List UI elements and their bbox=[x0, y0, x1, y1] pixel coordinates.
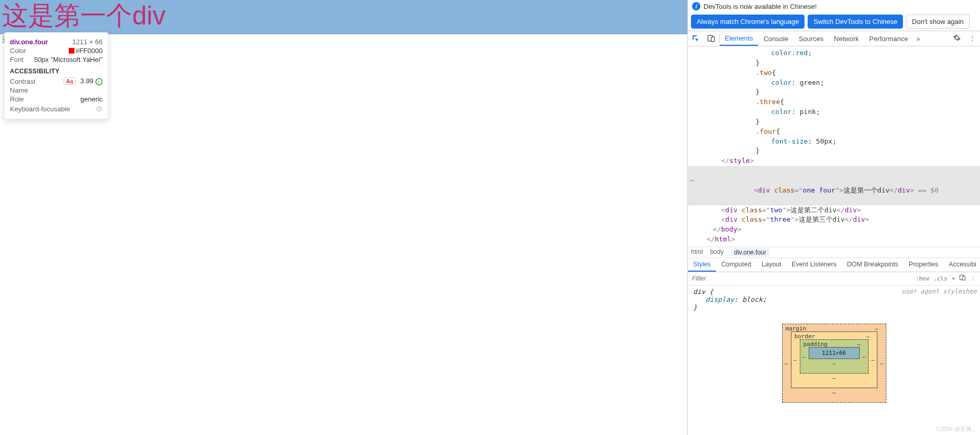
svg-rect-1 bbox=[711, 37, 714, 42]
color-swatch bbox=[69, 48, 74, 54]
match-lang-button[interactable]: Always match Chrome's language bbox=[691, 15, 805, 29]
devtools-toolbar: Elements Console Sources Network Perform… bbox=[688, 31, 980, 46]
watermark: CSDN @安苒_ bbox=[936, 425, 975, 433]
dom-tree[interactable]: color:red; } .two{ color: green; } .thre… bbox=[688, 46, 980, 247]
inspect-tooltip: div.one.four 1211 × 66 Color #FF0000 Fon… bbox=[4, 32, 108, 119]
font-label: Font bbox=[10, 56, 23, 63]
filter-input[interactable] bbox=[688, 275, 911, 282]
crumb-body[interactable]: body bbox=[710, 248, 724, 257]
box-content: 1211×66 bbox=[809, 347, 860, 359]
color-value: #FF0000 bbox=[69, 47, 103, 55]
device-styles-icon[interactable] bbox=[959, 274, 966, 283]
tooltip-selector: div.one.four bbox=[10, 38, 48, 46]
font-value: 50px "Microsoft YaHei" bbox=[34, 56, 103, 63]
tab-console[interactable]: Console bbox=[758, 31, 794, 46]
tab-network[interactable]: Network bbox=[829, 31, 864, 46]
css-rule[interactable]: user agent styleshee div { display: bloc… bbox=[688, 286, 980, 313]
styles-tabs: Styles Computed Layout Event Listeners D… bbox=[688, 258, 980, 272]
check-icon: ✓ bbox=[95, 78, 103, 85]
stab-dombp[interactable]: DOM Breakpoints bbox=[841, 258, 903, 272]
kebab-icon[interactable]: ⋮ bbox=[969, 34, 976, 43]
settings-icon[interactable] bbox=[953, 34, 961, 43]
dont-show-button[interactable]: Don't show again bbox=[906, 15, 969, 29]
stab-layout[interactable]: Layout bbox=[757, 258, 787, 272]
contrast-value: Aa 3.99 ✓ bbox=[64, 77, 103, 85]
stab-computed[interactable]: Computed bbox=[716, 258, 757, 272]
inspect-icon[interactable] bbox=[688, 31, 703, 46]
stab-props[interactable]: Properties bbox=[903, 258, 944, 272]
devtools-panel: i DevTools is now available in Chinese! … bbox=[687, 0, 980, 435]
tab-performance[interactable]: Performance bbox=[864, 31, 913, 46]
main-tabs: Elements Console Sources Network Perform… bbox=[720, 31, 949, 46]
info-icon: i bbox=[692, 2, 700, 10]
kb-focus-label: Keyboard-focusable bbox=[10, 105, 70, 113]
role-value: generic bbox=[80, 95, 103, 103]
color-label: Color bbox=[10, 47, 26, 55]
tab-elements[interactable]: Elements bbox=[720, 31, 758, 46]
banner-text: DevTools is now available in Chinese! bbox=[703, 3, 817, 10]
ellipsis-icon[interactable]: ⋯ bbox=[690, 176, 694, 186]
device-icon[interactable] bbox=[703, 31, 719, 46]
cls-toggle[interactable]: .cls bbox=[934, 275, 948, 282]
more-tabs-icon[interactable]: » bbox=[916, 35, 920, 43]
crumb-current[interactable]: div.one.four bbox=[731, 248, 770, 257]
role-label: Role bbox=[10, 95, 24, 103]
stab-events[interactable]: Event Listeners bbox=[786, 258, 841, 272]
crumb-html[interactable]: html bbox=[691, 248, 703, 257]
lang-banner: i DevTools is now available in Chinese! bbox=[688, 0, 980, 12]
rendered-page: 这是第一个div 这 第二个div div.one.four 1211 × 66… bbox=[0, 0, 687, 435]
new-rule-icon[interactable]: + bbox=[951, 275, 955, 282]
stab-a11y[interactable]: Accessibi bbox=[944, 258, 980, 272]
contrast-badge: Aa bbox=[64, 78, 76, 85]
contrast-label: Contrast bbox=[10, 78, 35, 85]
accessibility-section: ACCESSIBILITY bbox=[10, 68, 103, 75]
svg-rect-3 bbox=[963, 276, 965, 280]
ua-label: user agent styleshee bbox=[902, 288, 977, 295]
styles-more-icon[interactable]: ⋮ bbox=[970, 275, 976, 282]
switch-lang-button[interactable]: Switch DevTools to Chinese bbox=[808, 15, 903, 29]
stab-styles[interactable]: Styles bbox=[688, 258, 716, 272]
hov-toggle[interactable]: :hov bbox=[915, 275, 929, 282]
ban-icon: ⊘ bbox=[96, 104, 103, 113]
tooltip-dimensions: 1211 × 66 bbox=[72, 38, 103, 46]
selected-dom-node[interactable]: ⋯ <div class="one four">这是第一个div</div> =… bbox=[688, 166, 980, 205]
highlighted-div[interactable]: 这是第一个div bbox=[0, 0, 687, 34]
breadcrumb: html body div.one.four bbox=[688, 247, 980, 258]
tab-sources[interactable]: Sources bbox=[794, 31, 829, 46]
name-label: Name bbox=[10, 86, 28, 94]
box-model[interactable]: margin – – – border – – – padding – – – bbox=[782, 324, 886, 403]
